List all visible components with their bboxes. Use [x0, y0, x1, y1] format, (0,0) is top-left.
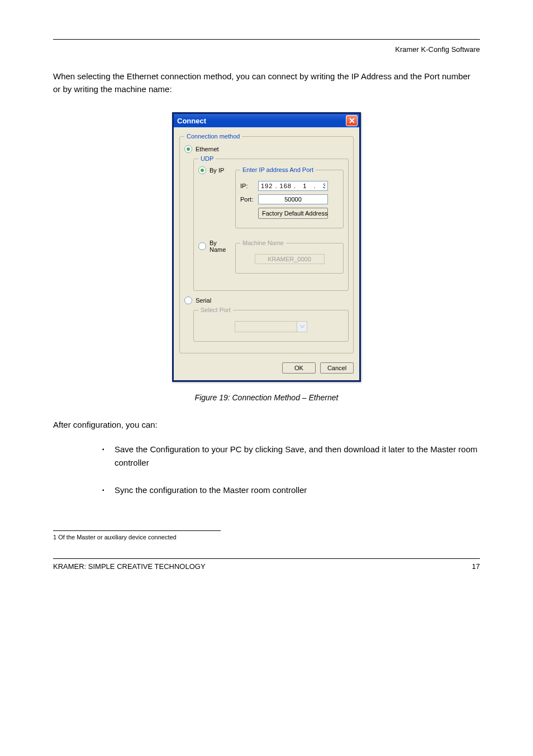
ethernet-radio-row[interactable]: Ethernet: [184, 145, 349, 153]
close-icon: [349, 118, 355, 123]
page-header-section: Kramer K-Config Software: [53, 45, 480, 54]
footer-left: KRAMER: SIMPLE CREATIVE TECHNOLOGY: [53, 562, 206, 571]
intro-text: When selecting the Ethernet connection m…: [53, 70, 480, 95]
chevron-down-icon: [297, 321, 307, 332]
machine-name-group: Machine Name: [235, 240, 344, 274]
serial-radio-label: Serial: [196, 297, 211, 304]
ip-port-legend: Enter IP address And Port: [240, 166, 316, 173]
ip-input[interactable]: [258, 181, 328, 191]
bullet-2: Sync the configuration to the Master roo…: [53, 484, 480, 497]
by-ip-label: By IP: [210, 167, 224, 174]
conclusion-intro: After configuration, you can:: [53, 419, 480, 432]
connect-dialog: Connect Connection method Ethernet UDP: [172, 112, 361, 382]
select-port-group: Select Port: [193, 307, 349, 342]
factory-default-button[interactable]: Factory Default Address: [258, 208, 328, 219]
connection-method-legend: Connection method: [184, 133, 242, 140]
footnote: 1 Of the Master or auxiliary device conn…: [53, 533, 480, 542]
dialog-title: Connect: [177, 117, 206, 125]
ip-label: IP:: [240, 183, 258, 189]
ip-port-group: Enter IP address And Port IP: Port:: [235, 166, 344, 228]
by-ip-radio[interactable]: [198, 166, 206, 174]
radio-icon: [184, 145, 192, 153]
udp-legend: UDP: [198, 155, 216, 162]
bullet-1: Save the Configuration to your PC by cli…: [53, 443, 480, 470]
select-port-legend: Select Port: [198, 307, 233, 313]
dialog-titlebar: Connect: [174, 114, 359, 127]
serial-radio-row[interactable]: Serial: [184, 296, 349, 304]
port-label: Port:: [240, 196, 258, 203]
udp-group: UDP By IP Enter IP address And Port IP:: [193, 155, 349, 291]
machine-name-input: [255, 254, 325, 264]
radio-icon: [184, 296, 192, 304]
machine-name-legend: Machine Name: [240, 240, 286, 246]
connection-method-group: Connection method Ethernet UDP By IP: [179, 133, 354, 353]
close-button[interactable]: [346, 115, 358, 126]
serial-port-combo: [235, 321, 307, 332]
by-name-radio[interactable]: [198, 242, 206, 250]
port-input[interactable]: [258, 194, 328, 204]
ok-button[interactable]: OK: [282, 362, 316, 374]
by-name-label: By Name: [210, 240, 230, 253]
ethernet-radio-label: Ethernet: [196, 146, 219, 152]
figure-caption: Figure 19: Connection Method – Ethernet: [53, 393, 480, 402]
footer-page-number: 17: [472, 562, 480, 571]
cancel-button[interactable]: Cancel: [320, 362, 354, 374]
